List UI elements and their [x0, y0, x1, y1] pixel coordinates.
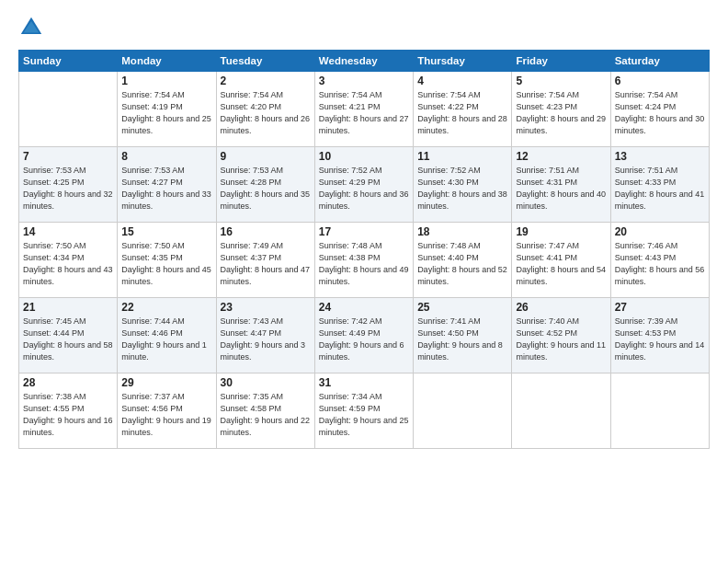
logo-icon	[18, 15, 44, 40]
cell-text: Sunrise: 7:35 AMSunset: 4:58 PMDaylight:…	[221, 391, 311, 439]
day-number: 15	[121, 225, 211, 238]
calendar-cell: 5Sunrise: 7:54 AMSunset: 4:23 PMDaylight…	[512, 72, 610, 147]
calendar-header-row: SundayMondayTuesdayWednesdayThursdayFrid…	[19, 51, 710, 72]
calendar-cell: 12Sunrise: 7:51 AMSunset: 4:31 PMDayligh…	[512, 147, 610, 223]
calendar-week-row: 14Sunrise: 7:50 AMSunset: 4:34 PMDayligh…	[19, 223, 710, 298]
calendar-cell: 4Sunrise: 7:54 AMSunset: 4:22 PMDaylight…	[414, 72, 512, 147]
day-number: 11	[417, 150, 507, 163]
calendar-cell: 26Sunrise: 7:40 AMSunset: 4:52 PMDayligh…	[512, 298, 610, 373]
cell-text: Sunrise: 7:54 AMSunset: 4:20 PMDaylight:…	[221, 89, 311, 137]
day-number: 26	[516, 301, 606, 314]
day-number: 29	[121, 376, 211, 389]
calendar-header-tuesday: Tuesday	[216, 51, 314, 72]
day-number: 28	[23, 376, 113, 389]
calendar-week-row: 28Sunrise: 7:38 AMSunset: 4:55 PMDayligh…	[19, 373, 710, 449]
calendar-header-friday: Friday	[512, 51, 610, 72]
cell-text: Sunrise: 7:52 AMSunset: 4:30 PMDaylight:…	[417, 165, 507, 213]
calendar-cell: 2Sunrise: 7:54 AMSunset: 4:20 PMDaylight…	[216, 72, 314, 147]
day-number: 1	[121, 75, 211, 87]
day-number: 20	[615, 225, 705, 238]
cell-text: Sunrise: 7:52 AMSunset: 4:29 PMDaylight:…	[319, 165, 409, 213]
cell-text: Sunrise: 7:46 AMSunset: 4:43 PMDaylight:…	[615, 240, 705, 288]
calendar-cell	[414, 373, 512, 449]
calendar-week-row: 1Sunrise: 7:54 AMSunset: 4:19 PMDaylight…	[19, 72, 710, 147]
cell-text: Sunrise: 7:54 AMSunset: 4:23 PMDaylight:…	[516, 89, 606, 137]
calendar-cell: 16Sunrise: 7:49 AMSunset: 4:37 PMDayligh…	[216, 223, 314, 298]
page: SundayMondayTuesdayWednesdayThursdayFrid…	[0, 0, 728, 563]
header	[18, 15, 710, 40]
cell-text: Sunrise: 7:50 AMSunset: 4:35 PMDaylight:…	[121, 240, 211, 288]
cell-text: Sunrise: 7:49 AMSunset: 4:37 PMDaylight:…	[221, 240, 311, 288]
calendar-header-wednesday: Wednesday	[314, 51, 413, 72]
calendar-cell: 7Sunrise: 7:53 AMSunset: 4:25 PMDaylight…	[19, 147, 118, 223]
cell-text: Sunrise: 7:37 AMSunset: 4:56 PMDaylight:…	[121, 391, 211, 439]
cell-text: Sunrise: 7:51 AMSunset: 4:31 PMDaylight:…	[516, 165, 606, 213]
day-number: 8	[121, 150, 211, 163]
calendar-cell: 1Sunrise: 7:54 AMSunset: 4:19 PMDaylight…	[118, 72, 216, 147]
cell-text: Sunrise: 7:53 AMSunset: 4:27 PMDaylight:…	[121, 165, 211, 213]
cell-text: Sunrise: 7:54 AMSunset: 4:19 PMDaylight:…	[121, 89, 211, 137]
day-number: 21	[23, 301, 113, 314]
calendar-cell: 21Sunrise: 7:45 AMSunset: 4:44 PMDayligh…	[19, 298, 118, 373]
calendar-cell: 13Sunrise: 7:51 AMSunset: 4:33 PMDayligh…	[610, 147, 709, 223]
cell-text: Sunrise: 7:43 AMSunset: 4:47 PMDaylight:…	[221, 316, 311, 363]
calendar-cell	[19, 72, 118, 147]
day-number: 16	[221, 225, 311, 238]
cell-text: Sunrise: 7:48 AMSunset: 4:38 PMDaylight:…	[319, 240, 409, 288]
calendar-cell: 22Sunrise: 7:44 AMSunset: 4:46 PMDayligh…	[118, 298, 216, 373]
calendar-cell: 30Sunrise: 7:35 AMSunset: 4:58 PMDayligh…	[216, 373, 314, 449]
calendar-header-monday: Monday	[118, 51, 216, 72]
calendar-cell: 8Sunrise: 7:53 AMSunset: 4:27 PMDaylight…	[118, 147, 216, 223]
calendar: SundayMondayTuesdayWednesdayThursdayFrid…	[18, 50, 710, 449]
calendar-cell: 3Sunrise: 7:54 AMSunset: 4:21 PMDaylight…	[314, 72, 413, 147]
calendar-header-sunday: Sunday	[19, 51, 118, 72]
cell-text: Sunrise: 7:40 AMSunset: 4:52 PMDaylight:…	[516, 316, 606, 363]
cell-text: Sunrise: 7:54 AMSunset: 4:21 PMDaylight:…	[319, 89, 409, 137]
cell-text: Sunrise: 7:54 AMSunset: 4:22 PMDaylight:…	[417, 89, 507, 137]
day-number: 22	[121, 301, 211, 314]
day-number: 24	[319, 301, 409, 314]
calendar-header-thursday: Thursday	[414, 51, 512, 72]
day-number: 5	[516, 75, 606, 87]
calendar-cell: 6Sunrise: 7:54 AMSunset: 4:24 PMDaylight…	[610, 72, 709, 147]
cell-text: Sunrise: 7:53 AMSunset: 4:25 PMDaylight:…	[23, 165, 113, 213]
day-number: 18	[417, 225, 507, 238]
calendar-week-row: 7Sunrise: 7:53 AMSunset: 4:25 PMDaylight…	[19, 147, 710, 223]
cell-text: Sunrise: 7:44 AMSunset: 4:46 PMDaylight:…	[121, 316, 211, 363]
calendar-cell: 25Sunrise: 7:41 AMSunset: 4:50 PMDayligh…	[414, 298, 512, 373]
calendar-cell: 24Sunrise: 7:42 AMSunset: 4:49 PMDayligh…	[314, 298, 413, 373]
calendar-cell: 14Sunrise: 7:50 AMSunset: 4:34 PMDayligh…	[19, 223, 118, 298]
calendar-cell: 31Sunrise: 7:34 AMSunset: 4:59 PMDayligh…	[314, 373, 413, 449]
calendar-cell: 10Sunrise: 7:52 AMSunset: 4:29 PMDayligh…	[314, 147, 413, 223]
day-number: 12	[516, 150, 606, 163]
cell-text: Sunrise: 7:45 AMSunset: 4:44 PMDaylight:…	[23, 316, 113, 363]
cell-text: Sunrise: 7:41 AMSunset: 4:50 PMDaylight:…	[417, 316, 507, 363]
calendar-cell	[512, 373, 610, 449]
cell-text: Sunrise: 7:42 AMSunset: 4:49 PMDaylight:…	[319, 316, 409, 363]
calendar-cell: 27Sunrise: 7:39 AMSunset: 4:53 PMDayligh…	[610, 298, 709, 373]
day-number: 6	[615, 75, 705, 87]
calendar-cell: 29Sunrise: 7:37 AMSunset: 4:56 PMDayligh…	[118, 373, 216, 449]
calendar-cell: 19Sunrise: 7:47 AMSunset: 4:41 PMDayligh…	[512, 223, 610, 298]
day-number: 17	[319, 225, 409, 238]
calendar-cell: 17Sunrise: 7:48 AMSunset: 4:38 PMDayligh…	[314, 223, 413, 298]
calendar-cell: 15Sunrise: 7:50 AMSunset: 4:35 PMDayligh…	[118, 223, 216, 298]
day-number: 27	[615, 301, 705, 314]
calendar-cell: 11Sunrise: 7:52 AMSunset: 4:30 PMDayligh…	[414, 147, 512, 223]
calendar-cell: 28Sunrise: 7:38 AMSunset: 4:55 PMDayligh…	[19, 373, 118, 449]
calendar-cell: 18Sunrise: 7:48 AMSunset: 4:40 PMDayligh…	[414, 223, 512, 298]
cell-text: Sunrise: 7:54 AMSunset: 4:24 PMDaylight:…	[615, 89, 705, 137]
day-number: 30	[221, 376, 311, 389]
logo	[18, 15, 48, 40]
day-number: 25	[417, 301, 507, 314]
day-number: 19	[516, 225, 606, 238]
cell-text: Sunrise: 7:50 AMSunset: 4:34 PMDaylight:…	[23, 240, 113, 288]
calendar-week-row: 21Sunrise: 7:45 AMSunset: 4:44 PMDayligh…	[19, 298, 710, 373]
day-number: 3	[319, 75, 409, 87]
cell-text: Sunrise: 7:51 AMSunset: 4:33 PMDaylight:…	[615, 165, 705, 213]
cell-text: Sunrise: 7:48 AMSunset: 4:40 PMDaylight:…	[417, 240, 507, 288]
day-number: 14	[23, 225, 113, 238]
calendar-cell: 9Sunrise: 7:53 AMSunset: 4:28 PMDaylight…	[216, 147, 314, 223]
calendar-cell: 20Sunrise: 7:46 AMSunset: 4:43 PMDayligh…	[610, 223, 709, 298]
day-number: 7	[23, 150, 113, 163]
